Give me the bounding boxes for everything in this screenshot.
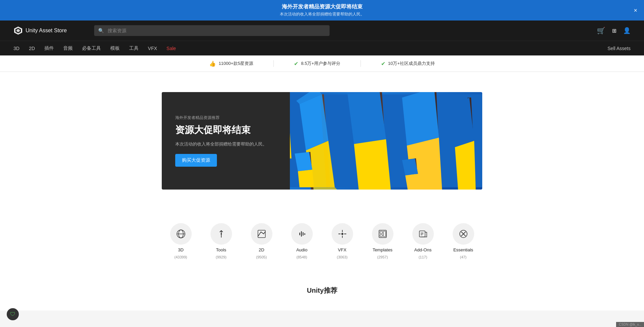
svg-rect-27 bbox=[380, 235, 382, 237]
category-vfx-icon bbox=[332, 223, 353, 245]
categories-section: 3D (43399) Tools (9929) 2D (9505) bbox=[167, 210, 477, 269]
svg-rect-28 bbox=[383, 231, 386, 237]
svg-rect-15 bbox=[258, 230, 265, 238]
category-addons-name: Add-Ons bbox=[414, 247, 431, 252]
banner-close-button[interactable]: × bbox=[634, 7, 637, 14]
search-icon: 🔍 bbox=[98, 28, 104, 33]
category-audio[interactable]: Audio (8548) bbox=[289, 223, 315, 259]
main-content: 海外开发者精品资源推荐 资源大促即将结束 本次活动的收入将全部捐赠给需要帮助的人… bbox=[0, 72, 644, 311]
category-audio-count: (8548) bbox=[297, 255, 307, 259]
category-addons[interactable]: Add-Ons (117) bbox=[410, 223, 437, 259]
category-audio-icon bbox=[291, 223, 313, 245]
category-tools[interactable]: Tools (9929) bbox=[208, 223, 235, 259]
category-audio-name: Audio bbox=[296, 247, 307, 252]
category-templates-count: (2957) bbox=[377, 255, 388, 259]
category-templates-icon bbox=[372, 223, 393, 245]
nav-item-vfx[interactable]: VFX bbox=[148, 44, 157, 52]
nav-item-audio[interactable]: 音频 bbox=[63, 44, 73, 53]
stat-community: ✔ 10万+社区成员鼎力支持 bbox=[361, 60, 455, 67]
top-banner: 海外开发者精品资源大促即将结束 本次活动的收入将全部捐赠给需要帮助的人民。 × bbox=[0, 0, 644, 21]
stat-users-text: 8.5万+用户参与评分 bbox=[301, 60, 340, 67]
category-vfx[interactable]: VFX (3063) bbox=[329, 223, 356, 259]
cart-icon[interactable]: 🛒 bbox=[597, 27, 605, 35]
nav-links: 3D 2D 插件 音频 必备工具 模板 工具 VFX Sale bbox=[13, 44, 176, 53]
svg-point-14 bbox=[221, 233, 222, 235]
category-vfx-count: (3063) bbox=[337, 255, 348, 259]
svg-rect-19 bbox=[304, 233, 305, 235]
stats-bar: 👍 11000+款5星资源 ✔ 8.5万+用户参与评分 ✔ 10万+社区成员鼎力… bbox=[0, 55, 644, 72]
stat-5star-text: 11000+款5星资源 bbox=[219, 60, 253, 67]
logo-area[interactable]: Unity Asset Store bbox=[13, 26, 87, 35]
category-3d-icon bbox=[170, 223, 192, 245]
category-templates[interactable]: Templates (2957) bbox=[369, 223, 396, 259]
hero-tag: 海外开发者精品资源推荐 bbox=[175, 115, 276, 121]
nav-bar: 3D 2D 插件 音频 必备工具 模板 工具 VFX Sale Sell Ass… bbox=[0, 41, 644, 55]
nav-item-2d[interactable]: 2D bbox=[29, 44, 35, 52]
svg-rect-18 bbox=[303, 232, 304, 236]
stat-users: ✔ 8.5万+用户参与评分 bbox=[274, 60, 361, 67]
check-icon-2: ✔ bbox=[381, 60, 385, 67]
category-2d[interactable]: 2D (9505) bbox=[248, 223, 275, 259]
header-actions: 🛒 ⊞ 👤 bbox=[597, 27, 631, 35]
hero-right-panel bbox=[290, 92, 482, 190]
category-essentials[interactable]: Essentials (47) bbox=[450, 223, 477, 259]
recommends-section: Unity推荐 bbox=[307, 283, 337, 304]
hero-buy-button[interactable]: 购买大促资源 bbox=[175, 154, 217, 167]
category-3d-count: (43399) bbox=[175, 255, 187, 259]
category-addons-icon bbox=[412, 223, 434, 245]
grid-icon[interactable]: ⊞ bbox=[612, 28, 616, 34]
hero-title: 资源大促即将结束 bbox=[175, 124, 276, 136]
category-2d-name: 2D bbox=[259, 247, 264, 252]
header: Unity Asset Store 🔍 🛒 ⊞ 👤 bbox=[0, 21, 644, 41]
category-tools-count: (9929) bbox=[216, 255, 227, 259]
category-essentials-count: (47) bbox=[460, 255, 467, 259]
stat-5star: 👍 11000+款5星资源 bbox=[189, 60, 273, 67]
category-templates-name: Templates bbox=[373, 247, 392, 252]
category-2d-count: (9505) bbox=[256, 255, 267, 259]
categories-grid: 3D (43399) Tools (9929) 2D (9505) bbox=[167, 220, 477, 262]
category-addons-count: (117) bbox=[419, 255, 427, 259]
svg-rect-26 bbox=[380, 231, 382, 234]
logo-text: Unity Asset Store bbox=[26, 28, 67, 34]
category-3d[interactable]: 3D (43399) bbox=[167, 223, 194, 259]
search-bar: 🔍 bbox=[94, 25, 330, 36]
sell-assets-link[interactable]: Sell Assets bbox=[608, 46, 631, 51]
svg-rect-16 bbox=[299, 233, 300, 235]
category-essentials-name: Essentials bbox=[453, 247, 473, 252]
search-input[interactable] bbox=[94, 25, 330, 36]
hero-desc: 本次活动的收入将全部捐赠给需要帮助的人民。 bbox=[175, 141, 276, 148]
hero-left-panel: 海外开发者精品资源推荐 资源大促即将结束 本次活动的收入将全部捐赠给需要帮助的人… bbox=[162, 92, 290, 190]
unity-logo-icon bbox=[13, 26, 23, 35]
nav-item-templates[interactable]: 模板 bbox=[110, 44, 120, 53]
svg-point-20 bbox=[341, 233, 343, 235]
category-tools-name: Tools bbox=[216, 247, 226, 252]
banner-subtitle: 本次活动的收入将全部捐赠给需要帮助的人民。 bbox=[7, 11, 637, 17]
category-2d-icon bbox=[251, 223, 272, 245]
category-tools-icon bbox=[211, 223, 232, 245]
category-3d-name: 3D bbox=[178, 247, 184, 252]
category-essentials-icon bbox=[453, 223, 474, 245]
user-icon[interactable]: 👤 bbox=[623, 27, 631, 34]
nav-item-plugins[interactable]: 插件 bbox=[44, 44, 54, 53]
hero-section: 海外开发者精品资源推荐 资源大促即将结束 本次活动的收入将全部捐赠给需要帮助的人… bbox=[162, 92, 482, 190]
category-vfx-name: VFX bbox=[338, 247, 346, 252]
nav-item-3d[interactable]: 3D bbox=[13, 44, 20, 52]
hero-flags-image bbox=[290, 92, 482, 190]
nav-item-tools[interactable]: 工具 bbox=[129, 44, 139, 53]
check-icon-1: ✔ bbox=[294, 60, 298, 67]
nav-item-essentials[interactable]: 必备工具 bbox=[82, 44, 101, 53]
nav-item-sale[interactable]: Sale bbox=[166, 44, 176, 52]
stat-community-text: 10万+社区成员鼎力支持 bbox=[388, 60, 435, 67]
recommends-title: Unity推荐 bbox=[307, 286, 337, 295]
banner-title: 海外开发者精品资源大促即将结束 bbox=[7, 3, 637, 10]
thumbs-up-icon: 👍 bbox=[209, 60, 216, 67]
svg-rect-17 bbox=[301, 231, 302, 237]
